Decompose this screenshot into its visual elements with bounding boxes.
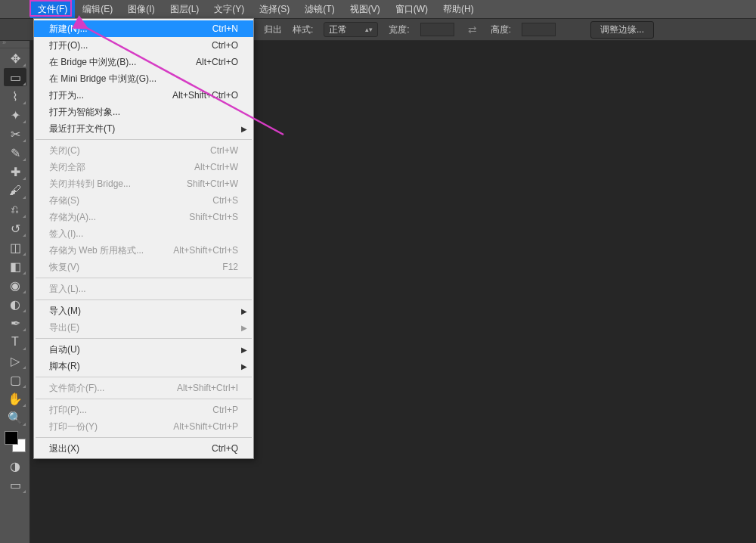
menu-separator xyxy=(36,139,252,140)
menu-entry[interactable]: 新建(N)...Ctrl+N xyxy=(34,20,253,37)
menu-entry-label: 脚本(R) xyxy=(49,360,80,373)
swap-icon[interactable]: ⇄ xyxy=(465,23,480,36)
menu-entry[interactable]: 打开为智能对象... xyxy=(34,104,253,120)
tool-flyout-indicator-icon xyxy=(23,366,26,369)
menu-entry[interactable]: 退出(X)Ctrl+Q xyxy=(34,440,253,457)
menu-entry-shortcut: Ctrl+O xyxy=(212,40,238,51)
height-input[interactable] xyxy=(522,23,556,36)
menubar: 文件(F)编辑(E)图像(I)图层(L)文字(Y)选择(S)滤镜(T)视图(V)… xyxy=(0,0,756,18)
menu-entry: 文件简介(F)...Alt+Shift+Ctrl+I xyxy=(34,380,253,396)
toolbox: ✥▭⌇✦✂✎✚🖌⎌↺◫◧◉◐✒T▷▢✋🔍 ◑ ▭ xyxy=(0,41,30,543)
tool-flyout-indicator-icon xyxy=(23,177,26,180)
tool-hand[interactable]: ✋ xyxy=(4,389,26,408)
menu-entry[interactable]: 打开为...Alt+Shift+Ctrl+O xyxy=(34,87,253,104)
menu-entry-shortcut: Ctrl+N xyxy=(212,23,238,34)
submenu-arrow-icon: ▶ xyxy=(241,346,247,354)
tool-healing[interactable]: ✚ xyxy=(4,163,26,181)
menu-item-1[interactable]: 编辑(E) xyxy=(75,0,120,18)
menu-separator xyxy=(36,437,252,438)
menu-entry-shortcut: Alt+Ctrl+W xyxy=(194,162,238,172)
tool-flyout-indicator-icon xyxy=(23,253,26,256)
menu-entry-label: 打开为智能对象... xyxy=(49,106,120,119)
tool-crop[interactable]: ✂ xyxy=(4,125,26,143)
width-input[interactable] xyxy=(420,23,454,36)
menu-entry-label: 打印(P)... xyxy=(49,404,87,417)
menu-entry[interactable]: 自动(U)▶ xyxy=(34,341,253,358)
tool-blur[interactable]: ◉ xyxy=(4,276,26,294)
tool-marquee[interactable]: ▭ xyxy=(4,68,26,86)
tool-dodge[interactable]: ◐ xyxy=(4,295,26,313)
menu-entry-label: 导入(M) xyxy=(49,305,81,318)
screenmode-toggle[interactable]: ▭ xyxy=(4,476,26,494)
menu-entry: 关闭并转到 Bridge...Shift+Ctrl+W xyxy=(34,175,253,192)
menu-entry-shortcut: Alt+Shift+Ctrl+P xyxy=(173,421,238,432)
menu-separator xyxy=(36,299,252,300)
tool-flyout-indicator-icon xyxy=(23,290,26,293)
menu-entry-label: 退出(X) xyxy=(49,442,79,455)
width-label: 宽度: xyxy=(389,23,409,36)
menu-entry-shortcut: Alt+Shift+Ctrl+S xyxy=(173,245,238,256)
menu-entry-label: 打开(O)... xyxy=(49,39,88,52)
menu-entry[interactable]: 在 Mini Bridge 中浏览(G)... xyxy=(34,70,253,87)
menu-entry[interactable]: 打开(O)...Ctrl+O xyxy=(34,37,253,54)
submenu-arrow-icon: ▶ xyxy=(241,307,247,315)
submenu-arrow-icon: ▶ xyxy=(241,362,247,371)
menu-item-2[interactable]: 图像(I) xyxy=(120,0,162,18)
menu-entry-label: 恢复(V) xyxy=(49,261,79,274)
menu-separator xyxy=(36,278,252,278)
menu-entry[interactable]: 脚本(R)▶ xyxy=(34,358,253,374)
tool-flyout-indicator-icon xyxy=(23,272,26,275)
style-select[interactable]: 正常 ▴▾ xyxy=(324,22,378,37)
color-swatch[interactable] xyxy=(5,431,26,452)
style-value: 正常 xyxy=(329,23,347,36)
menu-separator xyxy=(36,377,252,377)
tool-flyout-indicator-icon xyxy=(23,328,26,331)
menu-entry-shortcut: Shift+Ctrl+S xyxy=(189,212,238,222)
menu-entry-label: 关闭(C) xyxy=(49,144,80,157)
menu-item-3[interactable]: 图层(L) xyxy=(163,0,207,18)
menu-item-5[interactable]: 选择(S) xyxy=(252,0,297,18)
tool-eraser[interactable]: ◫ xyxy=(4,238,26,256)
menu-entry: 恢复(V)F12 xyxy=(34,259,253,275)
tool-stamp[interactable]: ⎌ xyxy=(4,200,26,219)
tool-flyout-indicator-icon xyxy=(23,309,26,312)
tool-history[interactable]: ↺ xyxy=(4,219,26,237)
menu-item-6[interactable]: 滤镜(T) xyxy=(297,0,342,18)
tool-path[interactable]: ▷ xyxy=(4,352,26,370)
menu-item-7[interactable]: 视图(V) xyxy=(342,0,388,18)
menu-entry[interactable]: 最近打开文件(T)▶ xyxy=(34,120,253,137)
menu-entry-shortcut: Ctrl+W xyxy=(210,145,238,156)
menu-entry: 存储(S)Ctrl+S xyxy=(34,192,253,209)
refine-edge-button[interactable]: 调整边缘... xyxy=(590,21,654,39)
menu-separator xyxy=(36,399,252,399)
menu-item-0[interactable]: 文件(F) xyxy=(30,0,75,18)
menu-entry-label: 自动(U) xyxy=(49,343,80,356)
tool-pen[interactable]: ✒ xyxy=(4,314,26,332)
menu-entry: 签入(I)... xyxy=(34,225,253,242)
tool-rectangle[interactable]: ▢ xyxy=(4,371,26,389)
menu-entry-label: 导出(E) xyxy=(49,321,79,334)
quickmask-toggle[interactable]: ◑ xyxy=(4,457,26,475)
menu-item-4[interactable]: 文字(Y) xyxy=(206,0,252,18)
file-menu-dropdown: 新建(N)...Ctrl+N打开(O)...Ctrl+O在 Bridge 中浏览… xyxy=(33,18,254,459)
menu-entry-label: 新建(N)... xyxy=(49,23,88,36)
menu-entry[interactable]: 导入(M)▶ xyxy=(34,303,253,319)
menu-entry[interactable]: 在 Bridge 中浏览(B)...Alt+Ctrl+O xyxy=(34,54,253,70)
tool-move[interactable]: ✥ xyxy=(4,49,26,67)
menu-item-9[interactable]: 帮助(H) xyxy=(435,0,482,18)
tool-flyout-indicator-icon xyxy=(23,215,26,218)
foreground-color-swatch[interactable] xyxy=(5,431,18,445)
tool-gradient[interactable]: ◧ xyxy=(4,257,26,275)
tool-wand[interactable]: ✦ xyxy=(4,106,26,124)
tool-lasso[interactable]: ⌇ xyxy=(4,87,26,105)
tool-type[interactable]: T xyxy=(4,333,26,351)
tool-flyout-indicator-icon xyxy=(23,64,26,67)
menu-entry: 关闭(C)Ctrl+W xyxy=(34,142,253,159)
tool-brush[interactable]: 🖌 xyxy=(4,182,26,200)
tool-flyout-indicator-icon xyxy=(23,234,26,237)
toolbox-handle[interactable] xyxy=(0,41,29,48)
tool-eyedropper[interactable]: ✎ xyxy=(4,144,26,162)
tool-zoom[interactable]: 🔍 xyxy=(4,408,26,427)
menu-item-8[interactable]: 窗口(W) xyxy=(388,0,435,18)
menu-entry-label: 文件简介(F)... xyxy=(49,382,104,395)
